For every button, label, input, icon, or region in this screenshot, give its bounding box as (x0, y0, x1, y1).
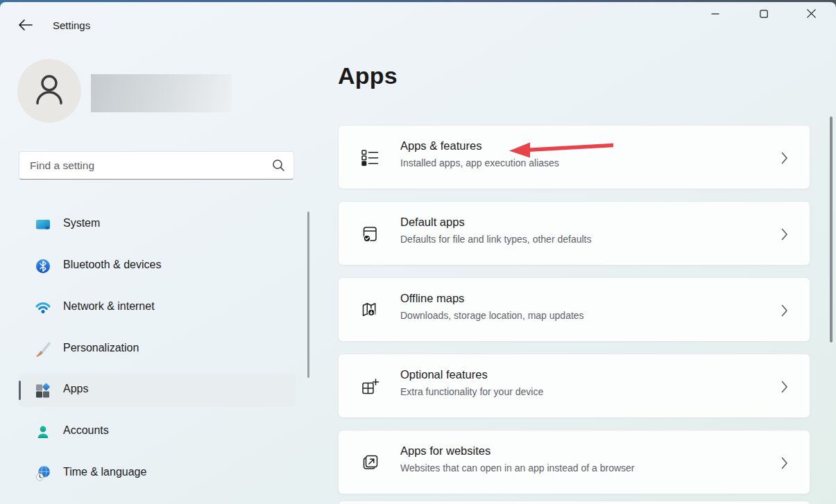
maximize-icon (760, 8, 768, 21)
close-icon (807, 8, 816, 21)
sidebar-item-label: Personalization (63, 342, 139, 354)
sidebar-item-time-language[interactable]: Time & language (19, 457, 296, 490)
maximize-button[interactable] (748, 2, 780, 27)
card-subtitle: Installed apps, app execution aliases (400, 157, 559, 168)
back-arrow-icon (18, 19, 33, 34)
checklist-icon (361, 148, 379, 167)
paint-brush-icon (35, 341, 51, 358)
card-title: Apps & features (400, 139, 481, 153)
search-icon (272, 159, 285, 175)
search-box (19, 151, 294, 180)
sidebar-item-personalization[interactable]: Personalization (19, 333, 296, 366)
chevron-right-icon (781, 228, 788, 243)
desktop-background: Settings (0, 0, 836, 504)
open-external-icon (361, 453, 379, 472)
sidebar-item-label: Apps (63, 383, 88, 395)
apps-icon (35, 382, 51, 399)
sidebar-item-label: Accounts (63, 424, 109, 437)
chevron-right-icon (781, 152, 788, 167)
sidebar-item-bluetooth-devices[interactable]: Bluetooth & devices (19, 250, 296, 283)
chevron-right-icon (781, 381, 788, 396)
wifi-icon (35, 299, 51, 316)
card-apps-for-websites[interactable]: Apps for websites Websites that can open… (338, 430, 810, 494)
sidebar-scrollbar[interactable] (307, 211, 309, 378)
sidebar-item-accounts[interactable]: Accounts (19, 415, 296, 449)
sidebar-item-label: Time & language (63, 466, 146, 478)
card-optional-features[interactable]: Optional features Extra functionality fo… (338, 354, 810, 418)
close-button[interactable] (795, 2, 827, 27)
sidebar-item-label: Bluetooth & devices (63, 259, 161, 271)
sidebar-item-apps[interactable]: Apps (19, 374, 296, 407)
sidebar-item-network-internet[interactable]: Network & internet (19, 291, 296, 324)
page-title: Apps (338, 62, 398, 89)
card-title: Optional features (400, 368, 488, 381)
sidebar-item-system[interactable]: System (19, 208, 296, 241)
minimize-icon (711, 8, 719, 21)
main-scrollbar[interactable] (830, 116, 833, 342)
username-blurred (91, 74, 232, 112)
card-subtitle: Websites that can open in an app instead… (400, 462, 635, 473)
card-subtitle: Extra functionality for your device (400, 386, 543, 397)
card-title: Apps for websites (400, 444, 490, 458)
chevron-right-icon (781, 304, 788, 320)
window-title: Settings (53, 19, 90, 31)
bluetooth-icon (35, 258, 51, 275)
card-apps-and-features[interactable]: Apps & features Installed apps, app exec… (338, 125, 810, 189)
card-partial-next[interactable] (338, 501, 810, 504)
app-window-check-icon (361, 225, 379, 243)
grid-plus-icon (361, 377, 379, 396)
chevron-right-icon (781, 457, 788, 472)
map-download-icon (361, 301, 379, 320)
globe-clock-icon (35, 465, 51, 482)
system-icon (35, 216, 51, 233)
search-input[interactable] (19, 151, 294, 180)
person-icon (34, 73, 65, 108)
card-title: Default apps (400, 216, 465, 229)
card-subtitle: Downloads, storage location, map updates (400, 310, 584, 321)
card-default-apps[interactable]: Default apps Defaults for file and link … (338, 201, 810, 266)
card-subtitle: Defaults for file and link types, other … (400, 234, 591, 245)
sidebar-item-label: Network & internet (63, 300, 155, 313)
back-button[interactable] (15, 16, 36, 37)
selection-indicator (19, 381, 21, 400)
minimize-button[interactable] (699, 2, 731, 27)
card-offline-maps[interactable]: Offline maps Downloads, storage location… (338, 277, 810, 342)
settings-window: Settings (0, 2, 836, 504)
avatar (17, 59, 81, 123)
card-title: Offline maps (400, 292, 464, 305)
sidebar-item-label: System (63, 217, 100, 229)
accounts-icon (35, 424, 51, 440)
